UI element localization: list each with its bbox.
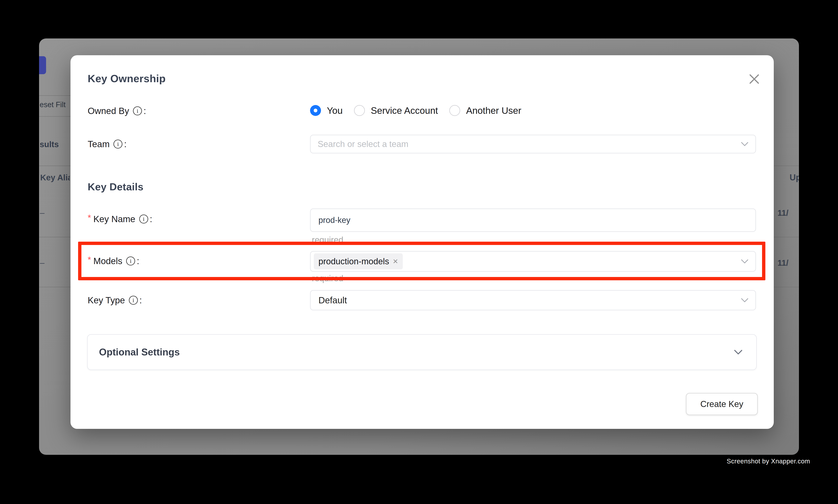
info-icon[interactable]: i: [133, 106, 142, 115]
owned-by-label-text: Owned By: [88, 106, 129, 116]
radio-option-service-account[interactable]: Service Account: [354, 105, 438, 116]
info-icon[interactable]: i: [139, 215, 148, 223]
table-cell-dash: –: [40, 258, 44, 268]
chevron-down-icon: [741, 142, 748, 146]
watermark-text: Screenshot by Xnapper.com: [727, 457, 810, 465]
key-name-label: * Key Name i :: [88, 214, 152, 224]
table-cell-dash: –: [40, 208, 44, 218]
key-name-required-message: required: [312, 235, 343, 245]
owned-by-label: Owned By i :: [88, 106, 146, 116]
table-cell-date: 11/: [778, 258, 788, 268]
chevron-down-icon: [734, 349, 743, 355]
key-type-select[interactable]: Default: [310, 290, 756, 310]
colon: :: [124, 139, 126, 149]
info-icon[interactable]: i: [129, 296, 138, 305]
models-select[interactable]: production-models ✕: [310, 251, 756, 272]
key-type-label: Key Type i :: [88, 295, 142, 305]
colon: :: [139, 295, 142, 305]
remove-tag-icon[interactable]: ✕: [393, 257, 398, 265]
radio-option-another-user[interactable]: Another User: [449, 105, 521, 116]
radio-label: Another User: [466, 105, 521, 116]
selected-model-tag: production-models ✕: [314, 253, 403, 269]
updated-column-header: Up: [789, 173, 799, 182]
chevron-down-icon: [741, 259, 748, 264]
table-cell-date: 11/: [778, 208, 788, 218]
radio-label: Service Account: [371, 105, 438, 116]
radio-label: You: [327, 105, 343, 116]
table-divider: [39, 95, 70, 96]
table-divider: [773, 165, 799, 166]
key-details-heading: Key Details: [88, 181, 143, 193]
optional-settings-toggle[interactable]: Optional Settings: [87, 334, 757, 370]
models-label-text: Models: [93, 256, 122, 266]
close-icon: [749, 73, 759, 85]
models-label: * Models i :: [88, 256, 139, 266]
table-divider: [39, 116, 70, 117]
team-label-text: Team: [88, 139, 109, 149]
models-required-message: required: [312, 273, 343, 283]
key-type-label-text: Key Type: [88, 295, 125, 305]
key-name-label-text: Key Name: [93, 214, 135, 224]
table-divider: [39, 287, 70, 287]
optional-settings-label: Optional Settings: [99, 346, 180, 358]
screenshot-stage: eset Filt sults Key Alia – – Up 11/ 11/ …: [0, 0, 838, 504]
create-key-modal: Key Ownership Owned By i : You Service A…: [70, 55, 774, 429]
key-alias-column-header: Key Alia: [40, 173, 70, 182]
team-label: Team i :: [88, 139, 126, 149]
owned-by-radio-group: You Service Account Another User: [310, 100, 533, 121]
info-icon[interactable]: i: [113, 140, 122, 148]
radio-checked-icon[interactable]: [310, 105, 321, 116]
radio-unchecked-icon[interactable]: [354, 105, 365, 116]
required-asterisk: *: [88, 213, 91, 223]
create-key-button-fragment: [39, 56, 46, 74]
team-select[interactable]: Search or select a team: [310, 135, 756, 154]
reset-filters-label-fragment: eset Filt: [40, 101, 70, 109]
team-select-placeholder: Search or select a team: [310, 139, 408, 149]
table-divider: [773, 237, 799, 237]
radio-option-you[interactable]: You: [310, 105, 343, 116]
close-button[interactable]: [747, 72, 762, 87]
key-type-value: Default: [310, 295, 347, 305]
radio-unchecked-icon[interactable]: [449, 105, 460, 116]
modal-title: Key Ownership: [88, 72, 166, 85]
table-divider: [39, 237, 70, 237]
colon: :: [150, 214, 152, 224]
selected-model-tag-text: production-models: [318, 256, 389, 266]
required-asterisk: *: [88, 255, 91, 265]
table-divider: [773, 287, 799, 287]
colon: :: [137, 256, 139, 266]
chevron-down-icon: [741, 298, 748, 302]
key-name-input[interactable]: prod-key: [310, 209, 756, 232]
create-key-button[interactable]: Create Key: [686, 393, 758, 415]
key-name-value: prod-key: [310, 216, 350, 225]
info-icon[interactable]: i: [126, 256, 135, 266]
table-divider: [39, 165, 70, 166]
results-count-fragment: sults: [40, 140, 59, 149]
colon: :: [143, 106, 146, 116]
